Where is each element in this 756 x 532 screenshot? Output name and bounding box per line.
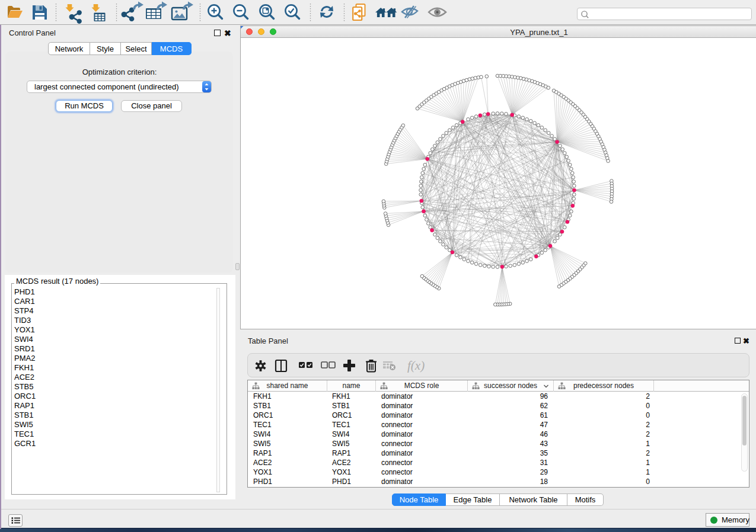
svg-text:f(x): f(x) (407, 358, 425, 373)
